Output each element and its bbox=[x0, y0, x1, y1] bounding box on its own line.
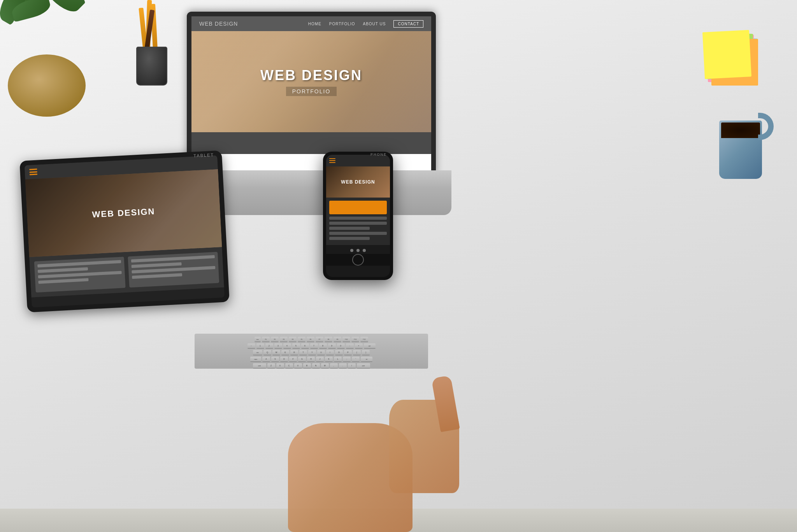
key-1: 1 bbox=[256, 343, 264, 349]
pencil-cup bbox=[136, 47, 167, 86]
logo-normal: DESIGN bbox=[213, 21, 238, 27]
sticky-notes bbox=[704, 31, 766, 109]
phone-orange-block bbox=[329, 201, 387, 214]
tablet: TABLET WEB DESIGN bbox=[19, 150, 230, 313]
key-o: O bbox=[335, 350, 343, 355]
key-f9: F9 bbox=[334, 337, 341, 342]
tablet-screen: WEB DESIGN bbox=[25, 155, 225, 307]
key-f12: F12 bbox=[360, 337, 368, 342]
key-m: M bbox=[321, 363, 329, 369]
key-slash: / bbox=[348, 363, 356, 369]
key-t: T bbox=[299, 350, 307, 355]
key-e: E bbox=[281, 350, 289, 355]
key-bracketl: [ bbox=[353, 350, 361, 355]
nav-portfolio[interactable]: PORTFOLIO bbox=[329, 22, 355, 26]
website-hero: WEB DESIGN PORTFOLIO bbox=[191, 31, 431, 132]
hero-title: WEB DESIGN bbox=[260, 67, 362, 84]
key-f1: F1 bbox=[262, 337, 270, 342]
tablet-card-2 bbox=[128, 252, 219, 288]
website-bottom-bar bbox=[191, 132, 431, 154]
key-f3: F3 bbox=[280, 337, 288, 342]
key-u: U bbox=[317, 350, 325, 355]
key-tab: tab bbox=[253, 350, 262, 355]
key-3: 3 bbox=[274, 343, 282, 349]
key-f8: F8 bbox=[325, 337, 332, 342]
key-g: G bbox=[298, 357, 306, 362]
website-nav: WEB DESIGN HOME PORTFOLIO ABOUT US CONTA… bbox=[191, 16, 431, 31]
phone: PHONE WEB DESIGN bbox=[323, 152, 393, 280]
key-d: D bbox=[280, 357, 288, 362]
coffee-mug bbox=[711, 101, 774, 179]
key-equals: = bbox=[355, 343, 363, 349]
phone-line-4 bbox=[329, 232, 387, 235]
hero-subtitle: PORTFOLIO bbox=[286, 87, 337, 96]
phone-dot-1 bbox=[350, 249, 353, 252]
tablet-hero: WEB DESIGN bbox=[25, 169, 222, 257]
nav-contact[interactable]: CONTACT bbox=[393, 20, 423, 28]
key-row-2: ~ 1 2 3 4 5 6 7 8 9 0 - = del bbox=[198, 343, 425, 349]
website-logo: WEB DESIGN bbox=[199, 21, 238, 27]
key-r: R bbox=[290, 350, 298, 355]
key-k: K bbox=[325, 357, 333, 362]
phone-line-1 bbox=[329, 217, 387, 220]
phone-content bbox=[326, 198, 390, 245]
table-edge bbox=[0, 509, 797, 532]
laptop-screen: WEB DESIGN HOME PORTFOLIO ABOUT US CONTA… bbox=[187, 12, 436, 175]
key-shift-r: shift bbox=[357, 363, 370, 369]
phone-hamburger-line-1 bbox=[329, 158, 335, 159]
key-p: P bbox=[344, 350, 352, 355]
key-a: A bbox=[262, 357, 270, 362]
plant-leaves bbox=[0, 0, 97, 54]
key-j: J bbox=[316, 357, 324, 362]
laptop-screen-inner: WEB DESIGN HOME PORTFOLIO ABOUT US CONTA… bbox=[191, 16, 431, 170]
nav-links: HOME PORTFOLIO ABOUT US CONTACT bbox=[308, 20, 423, 28]
nav-about[interactable]: ABOUT US bbox=[363, 22, 386, 26]
phone-header bbox=[326, 155, 390, 166]
phone-screen: WEB DESIGN bbox=[326, 155, 390, 277]
phone-line-3 bbox=[329, 227, 370, 230]
key-w: W bbox=[272, 350, 280, 355]
mug-handle bbox=[758, 113, 774, 140]
key-4: 4 bbox=[283, 343, 291, 349]
key-row-5: shift Z X C V B N M , . / shift bbox=[198, 363, 425, 369]
key-f2: F2 bbox=[271, 337, 279, 342]
keyboard-grid: esc F1 F2 F3 F4 F5 F6 F7 F8 F9 F10 F11 F… bbox=[195, 334, 428, 369]
nav-home[interactable]: HOME bbox=[308, 22, 321, 26]
phone-dot-2 bbox=[356, 249, 360, 252]
tablet-hamburger-icon bbox=[29, 169, 37, 175]
hamburger-line-2 bbox=[30, 171, 37, 173]
key-comma: , bbox=[330, 363, 338, 369]
key-v: V bbox=[294, 363, 302, 369]
phone-hamburger-line-2 bbox=[329, 160, 335, 161]
key-s: S bbox=[271, 357, 279, 362]
hero-text: WEB DESIGN PORTFOLIO bbox=[260, 67, 362, 96]
key-f11: F11 bbox=[351, 337, 359, 342]
key-0: 0 bbox=[337, 343, 345, 349]
key-f: F bbox=[289, 357, 297, 362]
card-line-8 bbox=[132, 273, 182, 279]
key-9: 9 bbox=[328, 343, 336, 349]
sticky-stack bbox=[704, 31, 758, 86]
tablet-card-1 bbox=[34, 257, 126, 292]
key-row-3: tab Q W E R T Y U I O P [ ] bbox=[198, 350, 425, 355]
key-5: 5 bbox=[292, 343, 300, 349]
hamburger-line-3 bbox=[30, 174, 37, 175]
phone-home-button[interactable] bbox=[352, 254, 364, 266]
card-line-2 bbox=[38, 267, 88, 273]
key-z: Z bbox=[267, 363, 275, 369]
key-n: N bbox=[312, 363, 320, 369]
card-line-4 bbox=[38, 278, 88, 284]
key-backspace: del bbox=[364, 343, 376, 349]
key-h: H bbox=[307, 357, 315, 362]
phone-hamburger-icon bbox=[329, 158, 335, 163]
key-b: B bbox=[303, 363, 311, 369]
hamburger-line-1 bbox=[29, 169, 37, 170]
logo-bold: WEB bbox=[199, 21, 213, 27]
mug-body bbox=[719, 121, 762, 179]
card-line-5 bbox=[131, 255, 215, 262]
phone-home-bar bbox=[326, 254, 390, 266]
card-line-6 bbox=[132, 262, 182, 268]
mug-coffee bbox=[721, 122, 760, 138]
phone-dots bbox=[326, 245, 390, 254]
key-shift-l: shift bbox=[253, 363, 266, 369]
